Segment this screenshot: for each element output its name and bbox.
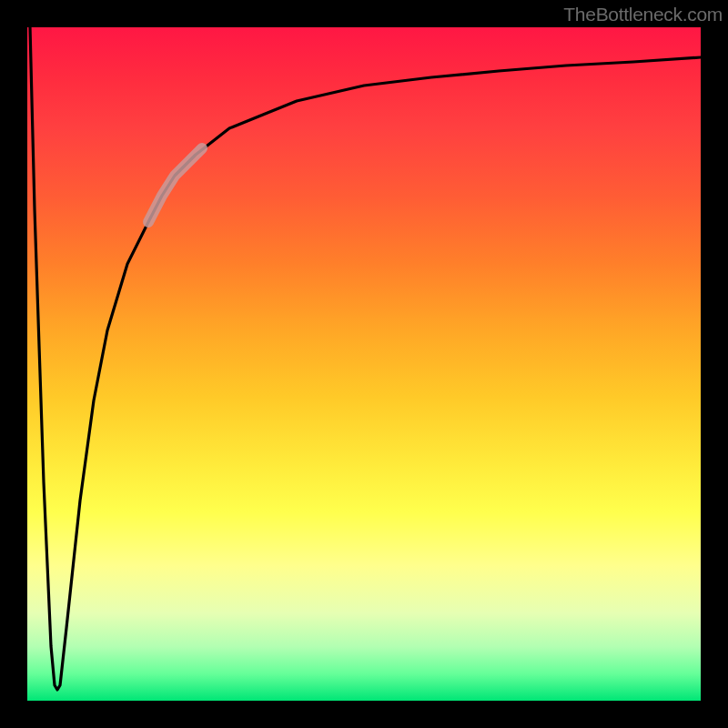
bottleneck-curve bbox=[30, 27, 701, 690]
attribution-label: TheBottleneck.com bbox=[563, 4, 723, 25]
axis-left bbox=[0, 0, 27, 728]
highlight-segment bbox=[148, 148, 202, 222]
axis-right bbox=[701, 0, 728, 728]
chart-container: TheBottleneck.com bbox=[0, 0, 728, 728]
curve-layer bbox=[27, 27, 701, 701]
axis-bottom bbox=[0, 701, 728, 728]
